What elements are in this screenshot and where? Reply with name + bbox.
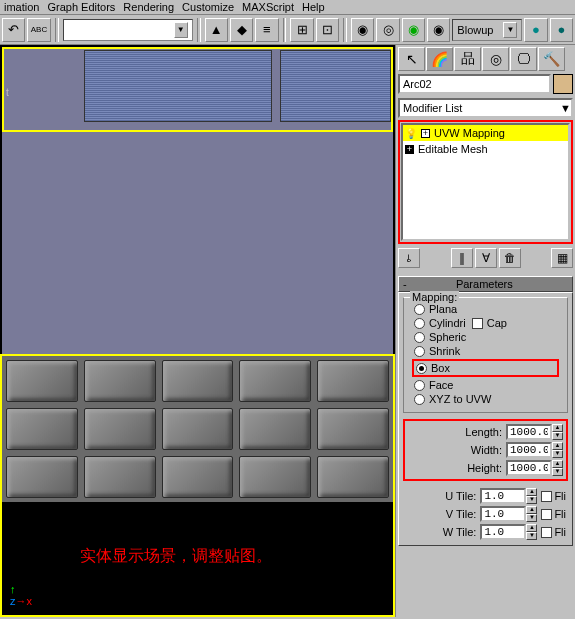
undo-button[interactable]: ↶ [2, 18, 25, 42]
teapot-alt-icon[interactable]: ● [550, 18, 573, 42]
modify-tab[interactable]: 🌈 [426, 47, 453, 71]
mapping-spherical[interactable]: Spheric [406, 330, 565, 344]
w-tile-row: W Tile: ▲▼ Fli [403, 523, 568, 541]
modifier-editable-mesh[interactable]: + Editable Mesh [403, 141, 568, 157]
array-button[interactable]: ≡ [255, 18, 278, 42]
mapping-group-label: Mapping: [410, 291, 459, 303]
flip-label: Fli [554, 508, 566, 520]
width-input[interactable] [506, 442, 552, 458]
select-by-name-button[interactable]: ABC [27, 18, 50, 42]
stack-toolbar: ⫰ ‖ ∀ 🗑 ▦ [398, 248, 573, 268]
create-tab[interactable]: ↖ [398, 47, 425, 71]
modifier-stack[interactable]: 💡 + UVW Mapping + Editable Mesh [401, 123, 570, 241]
render-type-dropdown[interactable]: Blowup▼ [452, 19, 522, 41]
mesh-object-1[interactable] [84, 50, 272, 122]
height-label: Height: [462, 462, 502, 474]
selection-filter-dropdown[interactable]: ▼ [63, 19, 193, 41]
mirror-button[interactable]: ▲ [205, 18, 228, 42]
v-tile-input[interactable] [480, 506, 526, 522]
snap-toggle[interactable]: ⊞ [290, 18, 313, 42]
menu-bar: imation Graph Editors Rendering Customiz… [0, 0, 575, 15]
mapping-cylindrical[interactable]: CylindriCap [406, 316, 565, 330]
mapping-face[interactable]: Face [406, 378, 565, 392]
hierarchy-tab[interactable]: 品 [454, 47, 481, 71]
show-end-result-button[interactable]: ‖ [451, 248, 473, 268]
lightbulb-icon[interactable]: 💡 [405, 128, 417, 139]
parameters-rollout: Mapping: Plana CylindriCap Spheric Shrin… [398, 292, 573, 546]
mapping-planar[interactable]: Plana [406, 302, 565, 316]
spinner-up[interactable]: ▲ [552, 442, 563, 450]
v-flip-checkbox[interactable] [541, 509, 552, 520]
modifier-stack-highlight: 💡 + UVW Mapping + Editable Mesh [398, 120, 573, 244]
modifier-list-dropdown[interactable]: Modifier List▼ [398, 98, 573, 118]
configure-sets-button[interactable]: ▦ [551, 248, 573, 268]
spinner-down[interactable]: ▼ [552, 450, 563, 458]
length-spinner-row: Length: ▲▼ [406, 423, 565, 441]
display-tab[interactable]: 🖵 [510, 47, 537, 71]
menu-customize[interactable]: Customize [182, 1, 234, 13]
v-tile-row: V Tile: ▲▼ Fli [403, 505, 568, 523]
spinner-down[interactable]: ▼ [526, 514, 537, 522]
expand-icon[interactable]: + [421, 129, 430, 138]
make-unique-button[interactable]: ∀ [475, 248, 497, 268]
u-tile-input[interactable] [480, 488, 526, 504]
spinner-up[interactable]: ▲ [526, 506, 537, 514]
flip-label: Fli [554, 526, 566, 538]
teapot-icon[interactable]: ● [524, 18, 547, 42]
cap-checkbox[interactable] [472, 318, 483, 329]
w-flip-checkbox[interactable] [541, 527, 552, 538]
remove-modifier-button[interactable]: 🗑 [499, 248, 521, 268]
spinner-down[interactable]: ▼ [552, 432, 563, 440]
spinner-down[interactable]: ▼ [526, 532, 537, 540]
viewport-area: t 实体显示场景，调整贴图。 ↑z→x [0, 45, 395, 617]
mapping-xyz-to-uvw[interactable]: XYZ to UVW [406, 392, 565, 406]
length-input[interactable] [506, 424, 552, 440]
modifier-uvw-mapping[interactable]: 💡 + UVW Mapping [403, 125, 568, 141]
mesh-object-2[interactable] [280, 50, 391, 122]
u-tile-label: U Tile: [436, 490, 476, 502]
w-tile-input[interactable] [480, 524, 526, 540]
dimensions-highlight: Length: ▲▼ Width: ▲▼ Height: ▲▼ [403, 419, 568, 481]
object-name-field[interactable] [398, 74, 551, 94]
brick-texture-preview [2, 356, 393, 502]
flip-label: Fli [554, 490, 566, 502]
spinner-up[interactable]: ▲ [552, 460, 563, 468]
utilities-tab[interactable]: 🔨 [538, 47, 565, 71]
pin-stack-button[interactable]: ⫰ [398, 248, 420, 268]
quick-render-button[interactable]: ◉ [402, 18, 425, 42]
menu-rendering[interactable]: Rendering [123, 1, 174, 13]
u-tile-row: U Tile: ▲▼ Fli [403, 487, 568, 505]
viewport-perspective[interactable]: 实体显示场景，调整贴图。 ↑z→x [0, 354, 395, 617]
motion-tab[interactable]: ◎ [482, 47, 509, 71]
render-scene-button[interactable]: ◎ [376, 18, 399, 42]
menu-animation[interactable]: imation [4, 1, 39, 13]
annotation-text: 实体显示场景，调整贴图。 [80, 546, 272, 567]
spinner-down[interactable]: ▼ [552, 468, 563, 476]
menu-graph-editors[interactable]: Graph Editors [47, 1, 115, 13]
spinner-up[interactable]: ▲ [552, 424, 563, 432]
w-tile-label: W Tile: [436, 526, 476, 538]
menu-maxscript[interactable]: MAXScript [242, 1, 294, 13]
angle-snap-toggle[interactable]: ⊡ [316, 18, 339, 42]
object-color-swatch[interactable] [553, 74, 573, 94]
modifier-label: UVW Mapping [434, 127, 505, 139]
command-panel: ↖ 🌈 品 ◎ 🖵 🔨 Modifier List▼ 💡 + UVW Mappi… [395, 45, 575, 617]
spinner-down[interactable]: ▼ [526, 496, 537, 504]
align-button[interactable]: ◆ [230, 18, 253, 42]
material-editor-button[interactable]: ◉ [351, 18, 374, 42]
u-flip-checkbox[interactable] [541, 491, 552, 502]
mapping-shrink[interactable]: Shrink [406, 344, 565, 358]
height-input[interactable] [506, 460, 552, 476]
modifier-label: Editable Mesh [418, 143, 488, 155]
mapping-box[interactable]: Box [414, 361, 557, 375]
expand-icon[interactable]: + [405, 145, 414, 154]
menu-help[interactable]: Help [302, 1, 325, 13]
spinner-up[interactable]: ▲ [526, 488, 537, 496]
spinner-up[interactable]: ▲ [526, 524, 537, 532]
height-spinner-row: Height: ▲▼ [406, 459, 565, 477]
viewport-top[interactable]: t [0, 45, 395, 354]
v-tile-label: V Tile: [436, 508, 476, 520]
parameters-rollout-header[interactable]: -Parameters [398, 276, 573, 292]
render-last-button[interactable]: ◉ [427, 18, 450, 42]
width-spinner-row: Width: ▲▼ [406, 441, 565, 459]
